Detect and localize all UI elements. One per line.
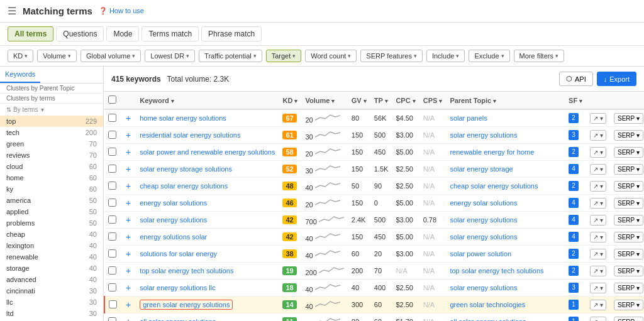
sidebar-tab-keywords[interactable]: Keywords bbox=[0, 67, 40, 83]
col-cps[interactable]: CPS ▾ bbox=[419, 92, 447, 109]
row-add-cell[interactable]: + bbox=[121, 144, 136, 161]
row-checkbox[interactable] bbox=[108, 283, 116, 291]
row-checkbox[interactable] bbox=[108, 165, 116, 173]
trend-button[interactable]: ↗ ▾ bbox=[590, 232, 606, 242]
add-button[interactable]: + bbox=[125, 164, 132, 174]
row-trend-cell[interactable]: ↗ ▾ bbox=[586, 195, 610, 212]
sidebar-item-problems[interactable]: problems 50 bbox=[0, 217, 103, 229]
row-checkbox[interactable] bbox=[109, 300, 117, 308]
help-link[interactable]: ❓ How to use bbox=[99, 7, 144, 15]
col-kd[interactable]: KD ▾ bbox=[279, 92, 301, 109]
parent-topic-link[interactable]: cheap solar energy solutions bbox=[450, 182, 538, 190]
row-checkbox[interactable] bbox=[108, 114, 116, 122]
row-checkbox-cell[interactable] bbox=[104, 144, 121, 161]
row-serp-cell[interactable]: SERP ▾ bbox=[610, 212, 644, 229]
col-parent-topic[interactable]: Parent Topic ▾ bbox=[446, 92, 565, 109]
add-button[interactable]: + bbox=[125, 181, 132, 191]
serp-button[interactable]: SERP ▾ bbox=[614, 283, 643, 293]
row-trend-cell[interactable]: ↗ ▾ bbox=[586, 280, 610, 297]
parent-topic-link[interactable]: solar energy storage bbox=[450, 165, 513, 173]
tab-questions[interactable]: Questions bbox=[56, 26, 104, 41]
col-sf[interactable]: SF ▾ bbox=[565, 92, 586, 109]
row-add-cell[interactable]: + bbox=[121, 280, 136, 297]
filter-target[interactable]: Target ▾ bbox=[266, 50, 302, 62]
serp-button[interactable]: SERP ▾ bbox=[614, 249, 643, 259]
row-add-cell[interactable]: + bbox=[121, 178, 136, 195]
parent-topic-link[interactable]: solar power solution bbox=[450, 250, 511, 258]
serp-button[interactable]: SERP ▾ bbox=[614, 181, 643, 192]
row-trend-cell[interactable]: ↗ ▾ bbox=[586, 313, 610, 322]
filter-kd[interactable]: KD ▾ bbox=[8, 50, 33, 62]
sidebar-item-green[interactable]: green 70 bbox=[0, 138, 103, 150]
filter-global-volume[interactable]: Global volume ▾ bbox=[80, 50, 141, 62]
parent-topic-link[interactable]: solar energy solutions bbox=[450, 233, 517, 241]
row-trend-cell[interactable]: ↗ ▾ bbox=[586, 109, 610, 127]
keyword-link[interactable]: solar energy solutions llc bbox=[140, 284, 215, 291]
sidebar-item-top[interactable]: top 229 bbox=[0, 116, 103, 127]
parent-topic-link[interactable]: solar panels bbox=[450, 114, 487, 122]
row-checkbox[interactable] bbox=[108, 317, 116, 322]
add-button[interactable]: + bbox=[125, 198, 132, 208]
row-checkbox-cell[interactable] bbox=[104, 229, 121, 246]
tab-all-terms[interactable]: All terms bbox=[8, 26, 53, 41]
row-checkbox[interactable] bbox=[108, 148, 116, 156]
trend-button[interactable]: ↗ ▾ bbox=[590, 147, 606, 158]
sidebar-item-ltd[interactable]: ltd 30 bbox=[0, 308, 103, 319]
row-checkbox-cell[interactable] bbox=[104, 263, 121, 280]
parent-topic-link[interactable]: energy solar solutions bbox=[450, 199, 517, 207]
trend-button[interactable]: ↗ ▾ bbox=[590, 130, 606, 141]
trend-button[interactable]: ↗ ▾ bbox=[590, 181, 606, 192]
row-checkbox[interactable] bbox=[108, 232, 116, 241]
filter-more[interactable]: More filters ▾ bbox=[514, 50, 564, 62]
serp-button[interactable]: SERP ▾ bbox=[614, 164, 643, 175]
parent-topic-link[interactable]: solar energy solutions bbox=[450, 131, 517, 139]
row-add-cell[interactable]: + bbox=[121, 263, 136, 280]
highlighted-keyword-link[interactable]: green solar energy solutions bbox=[140, 300, 233, 310]
row-add-cell[interactable]: + bbox=[121, 229, 136, 246]
serp-button[interactable]: SERP ▾ bbox=[614, 130, 643, 141]
row-trend-cell[interactable]: ↗ ▾ bbox=[586, 127, 610, 144]
add-button[interactable]: + bbox=[125, 249, 132, 259]
keyword-link[interactable]: solutions for solar energy bbox=[140, 250, 217, 258]
add-button[interactable]: + bbox=[125, 283, 132, 293]
parent-topic-link[interactable]: solar energy solutions bbox=[450, 284, 517, 291]
tab-terms-match[interactable]: Terms match bbox=[142, 26, 199, 41]
row-serp-cell[interactable]: SERP ▾ bbox=[610, 161, 644, 178]
row-trend-cell[interactable]: ↗ ▾ bbox=[586, 178, 610, 195]
filter-lowest-dr[interactable]: Lowest DR ▾ bbox=[145, 50, 195, 62]
row-checkbox-cell[interactable] bbox=[104, 127, 121, 144]
row-checkbox-cell[interactable] bbox=[104, 178, 121, 195]
parent-topic-link[interactable]: all solar energy solutions bbox=[450, 318, 526, 321]
row-checkbox-cell[interactable] bbox=[104, 280, 121, 297]
tab-mode[interactable]: Mode bbox=[106, 26, 139, 41]
parent-topic-link[interactable]: top solar energy tech solutions bbox=[450, 267, 543, 275]
sidebar-item-lexington[interactable]: lexington 40 bbox=[0, 240, 103, 251]
trend-button[interactable]: ↗ ▾ bbox=[590, 300, 606, 310]
serp-button[interactable]: SERP ▾ bbox=[614, 300, 643, 310]
row-checkbox-cell[interactable] bbox=[104, 161, 121, 178]
keyword-link[interactable]: cheap solar energy solutions bbox=[140, 182, 228, 190]
sidebar-item-cloud[interactable]: cloud 60 bbox=[0, 161, 103, 172]
add-button[interactable]: + bbox=[125, 232, 132, 242]
sidebar-item-tech[interactable]: tech 200 bbox=[0, 127, 103, 138]
add-button[interactable]: + bbox=[125, 317, 132, 321]
row-trend-cell[interactable]: ↗ ▾ bbox=[586, 229, 610, 246]
trend-button[interactable]: ↗ ▾ bbox=[590, 283, 606, 293]
serp-button[interactable]: SERP ▾ bbox=[614, 147, 643, 158]
filter-word-count[interactable]: Word count ▾ bbox=[305, 50, 357, 62]
serp-button[interactable]: SERP ▾ bbox=[614, 266, 643, 276]
row-trend-cell[interactable]: ↗ ▾ bbox=[586, 144, 610, 161]
keyword-link[interactable]: residential solar energy solutions bbox=[140, 131, 240, 139]
keyword-link[interactable]: top solar energy tech solutions bbox=[140, 267, 233, 275]
row-add-cell[interactable]: + bbox=[121, 212, 136, 229]
row-checkbox[interactable] bbox=[108, 182, 116, 190]
row-add-cell[interactable]: + bbox=[121, 109, 136, 127]
row-serp-cell[interactable]: SERP ▾ bbox=[610, 195, 644, 212]
row-checkbox[interactable] bbox=[108, 199, 116, 207]
add-button[interactable]: + bbox=[125, 147, 132, 157]
serp-button[interactable]: SERP ▾ bbox=[614, 198, 643, 209]
row-checkbox-cell[interactable] bbox=[104, 246, 121, 263]
row-trend-cell[interactable]: ↗ ▾ bbox=[586, 263, 610, 280]
keyword-link[interactable]: solar energy solutions bbox=[140, 216, 207, 224]
serp-button[interactable]: SERP ▾ bbox=[614, 317, 643, 322]
